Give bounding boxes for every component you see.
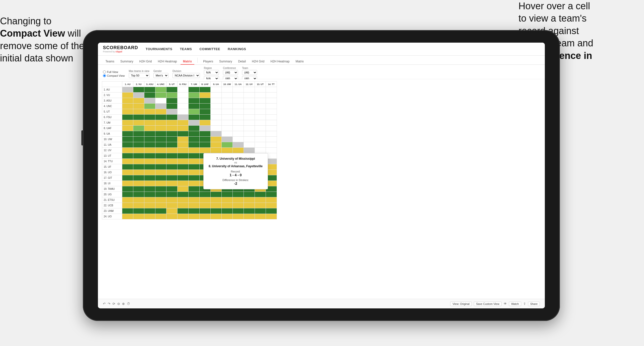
watch-icon[interactable]: 👁 — [504, 302, 507, 306]
tab-players[interactable]: Players — [201, 59, 216, 65]
tab-h2h-grid-2[interactable]: H2H Grid — [249, 59, 267, 65]
sub-nav-separator — [197, 58, 198, 63]
save-custom-btn[interactable]: Save Custom View — [474, 302, 502, 306]
max-teams-label: Max teams in view — [129, 70, 149, 72]
region-filter: Region N/A N/A — [204, 67, 219, 81]
logo-area: SCOREBOARD Powered by clippd — [103, 45, 138, 53]
filters-area: Full View Compact View Max teams in view… — [98, 65, 545, 79]
nav-committee[interactable]: COMMITTEE — [199, 47, 220, 51]
annotation-right-line1: Hover over a cell — [518, 1, 590, 11]
full-view-label: Full View — [107, 70, 118, 73]
tablet-screen: SCOREBOARD Powered by clippd TOURNAMENTS… — [98, 43, 545, 308]
tooltip-team1: 7. University of Mississippi — [209, 157, 263, 160]
annotation-line1: Changing to — [0, 16, 51, 26]
gender-filter: Gender Men's — [153, 70, 168, 78]
logo-sub: Powered by clippd — [103, 50, 138, 53]
tab-detail[interactable]: Detail — [236, 59, 248, 65]
division-label: Division — [172, 70, 200, 72]
top-nav: SCOREBOARD Powered by clippd TOURNAMENTS… — [98, 43, 545, 56]
conference-label: Conference — [223, 67, 238, 69]
matrix-wrapper[interactable]: 1. AU2. VU3. ASU4. UNC5. UT6. FSU7. UM8.… — [98, 79, 545, 299]
full-view-option[interactable]: Full View — [103, 70, 125, 73]
compact-view-radio[interactable] — [103, 74, 106, 77]
full-view-radio[interactable] — [103, 70, 106, 73]
annotation-right-line2: to view a team's — [518, 13, 587, 24]
tab-h2h-grid-1[interactable]: H2H Grid — [137, 59, 154, 65]
tooltip-vs: vs — [209, 161, 263, 164]
tooltip-record-label: Record: — [209, 170, 263, 173]
matrix-content: 1. AU2. VU3. ASU4. UNC5. UT6. FSU7. UM8.… — [98, 79, 545, 299]
gender-label: Gender — [153, 70, 168, 72]
tooltip-strokes-value: -2 — [209, 182, 263, 186]
tab-summary-2[interactable]: Summary — [217, 59, 235, 65]
tab-teams[interactable]: Teams — [103, 59, 117, 65]
team-select[interactable]: (All) — [242, 70, 257, 75]
tab-matrix-1[interactable]: Matrix — [181, 59, 194, 65]
division-select[interactable]: NCAA Division I — [172, 73, 200, 78]
division-filter: Division NCAA Division I — [172, 70, 200, 78]
nav-teams[interactable]: TEAMS — [180, 47, 192, 51]
max-teams-select[interactable]: Top 50 — [129, 73, 149, 78]
annotation-line2-rest: will — [65, 28, 81, 39]
tooltip-popup: 7. University of Mississippi vs 8. Unive… — [203, 153, 268, 189]
region-select[interactable]: N/A — [204, 70, 219, 75]
share-icon[interactable]: ⇪ — [523, 302, 526, 306]
share-btn[interactable]: Share — [528, 302, 540, 306]
tab-h2h-heatmap-2[interactable]: H2H Heatmap — [268, 59, 292, 65]
nav-items: TOURNAMENTS TEAMS COMMITTEE RANKINGS — [146, 47, 246, 51]
watch-btn[interactable]: Watch — [509, 302, 521, 306]
zoom-in-icon[interactable]: ⊕ — [122, 302, 125, 306]
tooltip-team2: 8. University of Arkansas, Fayetteville — [209, 164, 263, 168]
conference-select[interactable]: (All) — [223, 70, 238, 75]
nav-rankings[interactable]: RANKINGS — [228, 47, 246, 51]
redo-icon[interactable]: ↷ — [108, 302, 110, 306]
annotation-line3: remove some of the — [0, 41, 84, 51]
tooltip-strokes-label: Difference in Strokes: — [209, 179, 263, 182]
tooltip-record-value: 1 - 4 - 0 — [209, 173, 263, 177]
annotation-line2-bold: Compact View — [0, 28, 65, 39]
compact-view-label: Compact View — [107, 74, 125, 77]
undo-icon[interactable]: ↶ — [103, 302, 106, 306]
refresh-icon[interactable]: ⟳ — [112, 302, 115, 306]
nav-tournaments[interactable]: TOURNAMENTS — [146, 47, 172, 51]
tab-summary-1[interactable]: Summary — [118, 59, 136, 65]
tablet-frame: SCOREBOARD Powered by clippd TOURNAMENTS… — [83, 30, 560, 321]
tab-h2h-heatmap-1[interactable]: H2H Heatmap — [155, 59, 180, 65]
team-label: Team — [242, 67, 257, 69]
max-teams-filter: Max teams in view Top 50 — [129, 70, 149, 78]
bottom-toolbar: ↶ ↷ ⟳ ⊖ ⊕ ⏱ View: Original Save Custom V… — [98, 299, 545, 308]
team-filter: Team (All) (All) — [242, 67, 257, 81]
sub-nav: Teams Summary H2H Grid H2H Heatmap Matri… — [98, 56, 545, 65]
conference-filter: Conference (All) (All) — [223, 67, 238, 81]
compact-view-option[interactable]: Compact View — [103, 74, 125, 77]
region-label: Region — [204, 67, 219, 69]
annotation-line4: initial data shown — [0, 53, 73, 63]
tab-matrix-2[interactable]: Matrix — [293, 59, 306, 65]
view-original-btn[interactable]: View: Original — [450, 302, 472, 306]
clock-icon[interactable]: ⏱ — [127, 302, 130, 306]
logo-title: SCOREBOARD — [103, 45, 138, 50]
view-options: Full View Compact View — [103, 70, 125, 77]
matrix-table: 1. AU2. VU3. ASU4. UNC5. UT6. FSU7. UM8.… — [102, 81, 277, 219]
gender-select[interactable]: Men's — [153, 73, 168, 78]
zoom-out-icon[interactable]: ⊖ — [117, 302, 120, 306]
